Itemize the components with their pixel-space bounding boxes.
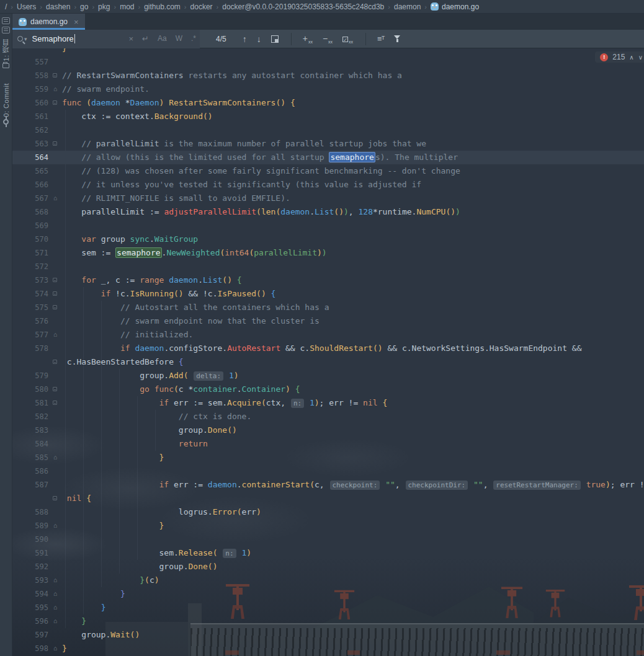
- fold-marker-icon[interactable]: [48, 492, 62, 505]
- fold-marker-icon[interactable]: ⌂: [48, 587, 62, 601]
- code-line[interactable]: 589⌂ }: [12, 519, 644, 533]
- select-all-occurrences-button[interactable]: ✓xx: [342, 33, 353, 45]
- code-line[interactable]: }: [12, 48, 644, 55]
- code-line[interactable]: 565 // (128) was chosen after some fairl…: [12, 164, 644, 178]
- breadcrumb-item[interactable]: docker@v0.0.0-20190325035833-5635c248cd3…: [222, 2, 384, 11]
- breadcrumb-item[interactable]: mod: [120, 2, 134, 11]
- code-line[interactable]: 592 group.Done(): [12, 560, 644, 574]
- previous-occurrence-button[interactable]: ↑: [243, 34, 247, 44]
- code-line[interactable]: 590: [12, 533, 644, 546]
- sidebar-item-project[interactable]: 1: 项目: [1, 38, 11, 68]
- code-line[interactable]: 574 if !c.IsRunning() && !c.IsPaused() {: [12, 287, 644, 301]
- breadcrumb-item[interactable]: dashen: [46, 2, 70, 11]
- code-line[interactable]: 585⌂ }: [12, 451, 644, 464]
- fold-marker-icon[interactable]: [48, 301, 62, 314]
- code-line[interactable]: 597 group.Wait(): [12, 628, 644, 642]
- close-tab-icon[interactable]: ×: [74, 17, 79, 27]
- breadcrumb-item[interactable]: daemon: [394, 2, 421, 11]
- code-line[interactable]: 594⌂ }: [12, 587, 644, 601]
- code-line[interactable]: 563 // parallelLimit is the maximum numb…: [12, 137, 644, 151]
- code-line[interactable]: 584 return: [12, 437, 644, 451]
- code-line[interactable]: 582 // ctx is done.: [12, 410, 644, 423]
- code-line[interactable]: 577⌂ // initialized.: [12, 328, 644, 342]
- code-line[interactable]: 571 sem := semaphore.NewWeighted(int64(p…: [12, 246, 644, 260]
- fold-marker-icon[interactable]: ⌂: [48, 328, 62, 342]
- fold-marker-icon[interactable]: ⌂: [48, 574, 62, 587]
- match-case-toggle[interactable]: Aa: [158, 34, 167, 43]
- fold-marker-icon[interactable]: ⌂: [48, 192, 62, 205]
- code-line[interactable]: 576 // swarm endpoint now that the clust…: [12, 314, 644, 328]
- fold-marker-icon[interactable]: [48, 69, 62, 82]
- next-problem-icon[interactable]: ∨: [638, 54, 643, 61]
- code-line[interactable]: 562: [12, 123, 644, 137]
- search-input[interactable]: ▾ Semaphore × ↵ Aa W .*: [12, 30, 200, 48]
- fold-marker-icon[interactable]: ⌂: [48, 614, 62, 628]
- code-line[interactable]: 587 if err := daemon.containerStart(c, c…: [12, 478, 644, 492]
- inspections-widget[interactable]: ! 215 ∧ ∨: [595, 51, 644, 63]
- code-line[interactable]: 581 if err := sem.Acquire(ctx, n: 1); er…: [12, 396, 644, 410]
- fold-marker-icon[interactable]: [48, 383, 62, 396]
- newline-icon[interactable]: ↵: [142, 34, 149, 43]
- code-line[interactable]: 598⌂}: [12, 642, 644, 655]
- regex-toggle[interactable]: .*: [191, 34, 196, 43]
- fold-marker-icon[interactable]: ⌂: [48, 601, 62, 614]
- code-line[interactable]: 561 ctx := context.Background(): [12, 110, 644, 123]
- next-occurrence-button[interactable]: ↓: [257, 34, 261, 44]
- code-editor[interactable]: }557558// RestartSwarmContainers restart…: [12, 48, 644, 656]
- whole-words-toggle[interactable]: W: [176, 34, 182, 43]
- code-line[interactable]: 569: [12, 219, 644, 233]
- fold-marker-icon[interactable]: ⌂: [48, 519, 62, 533]
- code-line[interactable]: 593⌂ }(c): [12, 574, 644, 587]
- fold-marker-icon[interactable]: ⌂: [48, 642, 62, 655]
- remove-occurrence-button[interactable]: −xx: [323, 33, 333, 45]
- fold-marker-icon[interactable]: [48, 96, 62, 110]
- grid-icon[interactable]: [2, 27, 10, 33]
- sidebar-item-commit[interactable]: 0: Commit: [2, 83, 10, 125]
- fold-marker-icon[interactable]: [48, 396, 62, 410]
- fold-marker-icon[interactable]: ⌂: [48, 451, 62, 464]
- code-line[interactable]: 586: [12, 464, 644, 478]
- code-line[interactable]: 596⌂ }: [12, 614, 644, 628]
- code-line[interactable]: 560func (daemon *Daemon) RestartSwarmCon…: [12, 96, 644, 110]
- code-line[interactable]: 579 group.Add( delta: 1): [12, 369, 644, 383]
- code-line[interactable]: 564 // allow (this is the limited used f…: [12, 151, 644, 164]
- search-results-lines-icon[interactable]: ≡ᵀ: [377, 34, 384, 43]
- code-line[interactable]: 583 group.Done(): [12, 423, 644, 437]
- tab-daemon-go[interactable]: daemon.go ×: [12, 14, 85, 30]
- code-line[interactable]: 578 if daemon.configStore.AutoRestart &&…: [12, 342, 644, 355]
- code-line[interactable]: 570 var group sync.WaitGroup: [12, 233, 644, 246]
- code-line[interactable]: 557: [12, 55, 644, 69]
- breadcrumb-root[interactable]: /: [5, 2, 7, 11]
- code-line[interactable]: 575 // Autostart all the containers whic…: [12, 301, 644, 314]
- breadcrumb-item[interactable]: daemon.go: [442, 2, 479, 11]
- code-line[interactable]: 568 parallelLimit := adjustParallelLimit…: [12, 205, 644, 219]
- code-line[interactable]: 595⌂ }: [12, 601, 644, 614]
- previous-problem-icon[interactable]: ∧: [629, 54, 633, 61]
- code-line[interactable]: 567⌂ // RLIMIT_NOFILE is small to avoid …: [12, 192, 644, 205]
- fold-marker-icon[interactable]: [48, 273, 62, 287]
- structure-icon[interactable]: [2, 17, 10, 24]
- code-line[interactable]: nil {: [12, 492, 644, 505]
- fold-marker-icon[interactable]: [48, 287, 62, 301]
- filter-icon[interactable]: [394, 35, 400, 42]
- code-line[interactable]: c.HasBeenStartedBefore {: [12, 355, 644, 369]
- clear-search-icon[interactable]: ×: [128, 34, 133, 43]
- add-occurrence-button[interactable]: +xx: [303, 33, 313, 45]
- breadcrumb-item[interactable]: Users: [17, 2, 36, 11]
- code-line[interactable]: 558// RestartSwarmContainers restarts an…: [12, 69, 644, 82]
- code-line[interactable]: 580 go func(c *container.Container) {: [12, 383, 644, 396]
- code-line[interactable]: 572: [12, 260, 644, 273]
- code-line[interactable]: 559⌂// swarm endpoint.: [12, 82, 644, 96]
- code-line[interactable]: 566 // it unless you've tested it signif…: [12, 178, 644, 192]
- code-line[interactable]: 591 sem.Release( n: 1): [12, 546, 644, 560]
- open-in-find-window-icon[interactable]: [271, 35, 279, 43]
- fold-marker-icon[interactable]: [48, 355, 62, 369]
- fold-marker-icon[interactable]: ⌂: [48, 82, 62, 96]
- code-line[interactable]: 573 for _, c := range daemon.List() {: [12, 273, 644, 287]
- breadcrumb-item[interactable]: pkg: [98, 2, 110, 11]
- search-history-chevron-icon[interactable]: ▾: [24, 36, 27, 42]
- breadcrumb-item[interactable]: github.com: [144, 2, 181, 11]
- breadcrumb-item[interactable]: docker: [190, 2, 213, 11]
- fold-marker-icon[interactable]: [48, 137, 62, 151]
- breadcrumb-item[interactable]: go: [80, 2, 88, 11]
